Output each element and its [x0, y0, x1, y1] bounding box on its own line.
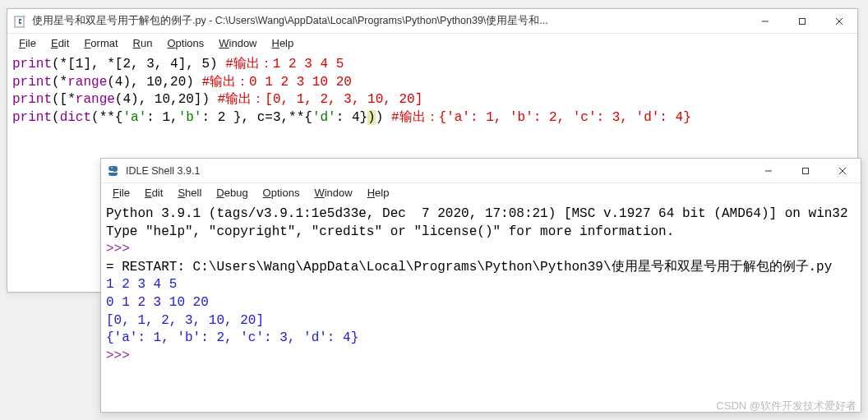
menu-shell[interactable]: Shell — [171, 185, 208, 201]
code-token: ([* — [52, 92, 76, 107]
code-token: (**{ — [91, 110, 122, 125]
menu-edit[interactable]: Edit — [44, 35, 76, 51]
menu-file[interactable]: File — [12, 35, 43, 51]
shell-output-line: 0 1 2 3 10 20 — [106, 295, 209, 310]
shell-window-controls — [750, 159, 861, 182]
code-token: ( — [52, 110, 60, 125]
code-line: print(dict(**{'a': 1,'b': 2 }, c=3,**{'d… — [12, 109, 852, 127]
editor-menubar: File Edit Format Run Options Window Help — [7, 34, 857, 54]
code-token: ) — [367, 110, 376, 125]
code-token: ) — [376, 110, 391, 125]
code-token: 'b' — [178, 110, 202, 125]
minimize-button[interactable] — [746, 9, 783, 33]
code-token: dict — [60, 110, 91, 125]
editor-code-area[interactable]: print(*[1], *[2, 3, 4], 5) #输出：1 2 3 4 5… — [7, 54, 857, 128]
code-token: print — [12, 92, 52, 107]
menu-format[interactable]: Format — [77, 35, 124, 51]
code-token: 'a' — [122, 110, 146, 125]
menu-window[interactable]: Window — [307, 185, 358, 201]
shell-menubar: File Edit Shell Debug Options Window Hel… — [101, 183, 861, 204]
code-token: #输出：0 1 2 3 10 20 — [201, 75, 351, 90]
svg-point-5 — [111, 167, 113, 168]
code-token: 'd' — [312, 110, 336, 125]
menu-debug[interactable]: Debug — [210, 185, 254, 201]
code-token: print — [12, 75, 52, 90]
code-token: : 2 }, c=3,**{ — [201, 110, 312, 125]
close-button[interactable] — [824, 159, 861, 182]
minimize-button[interactable] — [750, 159, 787, 182]
maximize-button[interactable] — [787, 159, 824, 182]
code-token: : 1, — [146, 110, 178, 125]
editor-titlebar[interactable]: 使用星号和双星号用于解包的例子.py - C:\Users\Wang\AppDa… — [7, 9, 857, 34]
shell-title: IDLE Shell 3.9.1 — [126, 165, 750, 177]
menu-options[interactable]: Options — [256, 185, 307, 201]
code-token: range — [67, 75, 107, 90]
code-token: (*[1], *[2, 3, 4], 5) — [52, 57, 225, 72]
maximize-button[interactable] — [783, 9, 820, 33]
shell-banner-line2: Type "help", "copyright", "credits" or "… — [106, 224, 674, 239]
shell-restart-line: = RESTART: C:\Users\Wang\AppData\Local\P… — [106, 260, 832, 275]
shell-prompt: >>> — [106, 348, 130, 363]
code-token: (* — [52, 75, 67, 90]
code-token: #输出：1 2 3 4 5 — [225, 57, 344, 72]
shell-window: IDLE Shell 3.9.1 File Edit Shell Debug O… — [100, 158, 861, 413]
shell-output-line: {'a': 1, 'b': 2, 'c': 3, 'd': 4} — [106, 330, 358, 345]
watermark: CSDN @软件开发技术爱好者 — [716, 399, 856, 413]
menu-edit[interactable]: Edit — [138, 185, 169, 201]
menu-help[interactable]: Help — [265, 35, 301, 51]
shell-output-area[interactable]: Python 3.9.1 (tags/v3.9.1:1e5d33e, Dec 7… — [101, 204, 861, 367]
code-token: : 4} — [336, 110, 367, 125]
editor-title: 使用星号和双星号用于解包的例子.py - C:\Users\Wang\AppDa… — [32, 14, 746, 28]
code-line: print(*range(4), 10,20) #输出：0 1 2 3 10 2… — [12, 74, 852, 92]
idle-icon — [108, 164, 121, 178]
code-line: print(*[1], *[2, 3, 4], 5) #输出：1 2 3 4 5 — [12, 56, 852, 74]
code-token: (4), 10,20) — [107, 75, 201, 90]
shell-output-line: [0, 1, 2, 3, 10, 20] — [106, 313, 264, 328]
editor-window-controls — [746, 9, 857, 33]
code-token: (4), 10,20]) — [115, 92, 218, 107]
close-button[interactable] — [820, 9, 857, 33]
shell-prompt: >>> — [106, 242, 130, 256]
menu-file[interactable]: File — [106, 185, 136, 201]
code-line: print([*range(4), 10,20]) #输出：[0, 1, 2, … — [12, 91, 852, 109]
code-token: print — [12, 57, 52, 72]
code-token: #输出：{'a': 1, 'b': 2, 'c': 3, 'd': 4} — [391, 110, 691, 125]
menu-help[interactable]: Help — [361, 185, 396, 201]
menu-window[interactable]: Window — [212, 35, 263, 51]
svg-rect-2 — [799, 18, 805, 24]
shell-titlebar[interactable]: IDLE Shell 3.9.1 — [101, 159, 861, 183]
shell-output-line: 1 2 3 4 5 — [106, 277, 177, 292]
code-token: range — [76, 92, 115, 107]
code-token: #输出：[0, 1, 2, 3, 10, 20] — [218, 92, 423, 107]
shell-banner-line1: Python 3.9.1 (tags/v3.9.1:1e5d33e, Dec 7… — [106, 206, 848, 221]
menu-options[interactable]: Options — [160, 35, 210, 51]
svg-rect-7 — [802, 168, 808, 173]
menu-run[interactable]: Run — [127, 35, 159, 51]
code-token: print — [12, 110, 52, 125]
python-file-icon — [14, 15, 27, 28]
